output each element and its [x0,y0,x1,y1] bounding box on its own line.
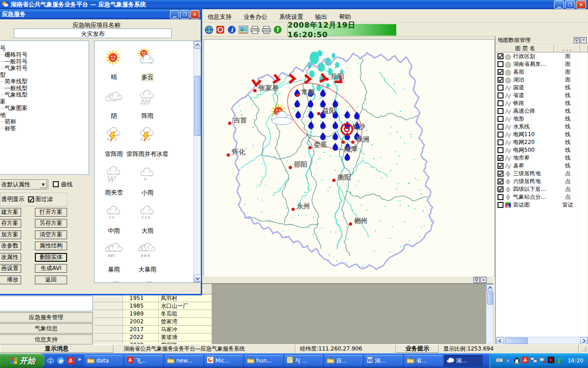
layers-column-header-dots[interactable]: . . . [554,45,580,52]
dialog-button-存方案[interactable]: 存方案 [0,219,21,228]
curve-checkbox[interactable] [53,181,59,187]
taskbar-task-1[interactable]: 飞... [124,355,163,367]
taskbar-task-9[interactable]: 湖... [444,355,483,367]
show-message-button[interactable]: 显示消息 [0,345,113,353]
dialog-button-建方案[interactable]: 建方案 [0,208,21,217]
table-row[interactable]: 2022黄坡塘 [94,334,212,341]
taskbar-task-0[interactable]: data [85,355,123,367]
weather-symbol-rain1[interactable] [138,164,157,184]
layer-name[interactable]: 县面 [513,68,524,76]
dialog-button-删除实体[interactable]: 删除实体 [35,253,67,262]
dialog-button-改属性[interactable]: 改属性 [0,253,21,262]
weather-symbol-shower[interactable] [138,87,157,107]
sidebar-listbox[interactable] [0,296,93,311]
layer-name[interactable]: 三级居民地 [513,170,541,178]
info-icon[interactable]: i [227,25,237,34]
layer-name[interactable]: 国道 [513,84,524,92]
taskbar-task-3[interactable]: Mic... [204,355,243,367]
weather-symbol-thunder[interactable] [104,126,124,145]
layer-checkbox[interactable] [498,132,503,138]
pin-icon[interactable] [474,277,480,283]
globe-icon[interactable] [204,25,214,34]
tree-item-7[interactable]: 气象线型 [0,92,89,99]
keyboard-icon[interactable] [496,356,503,365]
layer-checkbox[interactable] [498,100,503,106]
menu-item-0[interactable]: 信息支持 [208,13,232,21]
layer-name[interactable]: 地形 [513,115,524,123]
taskbar-task-7[interactable]: W湖... [364,355,403,367]
table-row[interactable]: 1951凤羽村 [94,294,212,302]
image-icon[interactable] [238,25,248,34]
layer-name[interactable]: 湖泊 [513,76,524,84]
chevron-down-icon[interactable]: ▼ [40,181,47,188]
scroll-thumb[interactable] [505,338,528,344]
layer-name[interactable]: 高速公路 [513,107,535,115]
quicklaunch-ie-icon[interactable]: e [57,356,65,365]
layer-checkbox[interactable] [498,155,503,161]
layer-checkbox[interactable] [498,147,503,153]
layer-checkbox[interactable] [498,53,503,59]
lang-icon[interactable]: ‹ [504,356,512,365]
layer-name[interactable]: 地市界 [513,154,530,162]
weather-symbol-sleet[interactable]: ** [104,164,124,184]
dialog-button-改参数[interactable]: 改参数 [0,242,21,250]
layer-checkbox[interactable] [498,202,503,208]
default-attr-dropdown[interactable]: 改默认属性 ▼ [0,179,48,190]
layer-name[interactable]: 雷达图 [513,201,530,209]
layer-name[interactable]: 省道 [513,92,524,99]
stop-icon[interactable] [215,25,225,34]
layer-name[interactable]: 县界 [513,162,524,170]
layer-name[interactable]: 电网220 [513,138,535,146]
taskbar-task-5[interactable]: 与 ... [284,355,323,367]
scroll-left-icon[interactable] [497,337,504,345]
tree-item-12[interactable]: 标签 [0,125,89,132]
scroll-up-icon[interactable] [486,284,493,292]
close-button[interactable]: ✕ [190,10,199,19]
window-titlebar[interactable]: 湖南省公共气象服务业务平台 — 应急气象服务系统 ▁ ❐ ✕ [0,0,588,9]
weather-symbol-cloud[interactable] [104,87,124,107]
business-hint-button[interactable]: 业务提示 [396,345,439,353]
quicklaunch-desktop-icon[interactable] [46,356,55,365]
kaspersky-icon[interactable]: K [548,356,554,365]
dialog-button-另存方案[interactable]: 另存方案 [35,219,67,228]
map-panel[interactable]: 岳阳张家界常德益阳长沙吉首娄底株洲湘潭怀化邵阳衡阳永州郴州 [204,39,495,276]
layer-checkbox[interactable] [498,178,503,184]
layer-name[interactable]: 湖南省易发... [513,60,546,68]
taskbar-task-8[interactable]: 省... [404,355,443,367]
dialog-button-属性结构[interactable]: 属性结构 [35,242,67,250]
taskbar-task-4[interactable]: hun... [244,355,283,367]
table-row[interactable]: 1989冬瓜咀 [94,310,212,318]
dialog-button-返回[interactable]: 返回 [35,276,67,284]
dialog-button-加方案[interactable]: 加方案 [0,230,21,239]
weather-symbol-sun[interactable] [104,49,124,68]
sidebar-button-1[interactable]: 气象信息 [0,323,93,334]
menu-item-3[interactable]: 输出 [315,13,327,21]
layer-checkbox[interactable] [498,108,503,114]
table-row[interactable]: 2002曾家湾 [94,318,212,326]
tree-item-9[interactable]: 气象图案 [0,105,89,112]
dialog-button-清空方案[interactable]: 清空方案 [35,230,67,239]
layer-name[interactable]: 电网110 [513,131,535,138]
qq-icon[interactable] [513,356,520,365]
maximize-button[interactable]: ❐ [180,10,189,19]
layer-name[interactable]: 水系线 [513,123,530,131]
close-icon[interactable]: ✕ [481,277,486,283]
sidebar-button-0[interactable]: 应急服务管理 [0,312,93,322]
project-name-input[interactable]: 火灾发布 [14,29,172,38]
weather-symbol-rain2[interactable] [104,202,124,222]
resize-grip[interactable] [582,346,587,352]
scroll-right-icon[interactable] [580,337,588,345]
bottom-vscrollbar[interactable] [486,284,493,344]
printer2-icon[interactable] [261,25,271,34]
taskbar-task-2[interactable]: new... [164,355,203,367]
minimize-button[interactable]: ▁ [554,0,564,9]
layer-checkbox[interactable] [498,69,503,75]
layer-name[interactable]: 铁路 [513,99,524,107]
table-row[interactable]: 2017马家冲 [94,326,212,334]
dialog-button-打开方案[interactable]: 打开方案 [35,208,67,217]
table-row[interactable]: 1985水口山一厂 [94,302,212,310]
network-icon[interactable] [530,356,537,365]
printer-icon[interactable] [250,25,260,34]
taskbar-task-6[interactable]: 设... [324,355,363,367]
chart-icon[interactable] [556,356,563,365]
